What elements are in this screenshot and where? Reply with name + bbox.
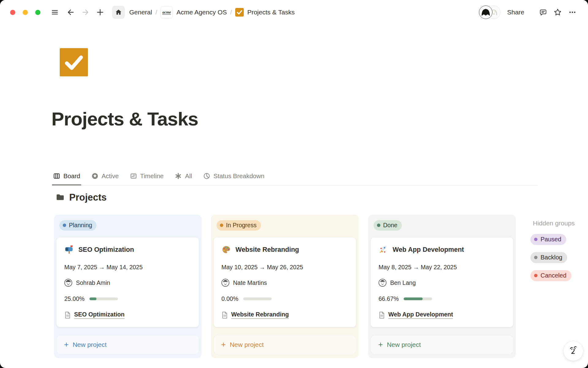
card-title: Website Rebranding <box>236 246 299 254</box>
page-checkbox-icon[interactable] <box>60 48 88 77</box>
status-label: Done <box>383 222 398 229</box>
board-column-in-progress: In Progress Website Rebranding May 10, 2… <box>211 215 359 358</box>
card-title: Web App Development <box>393 246 464 254</box>
notion-ai-button[interactable] <box>564 341 583 361</box>
new-tab-plus-icon[interactable] <box>95 7 105 17</box>
card-link[interactable]: Web App Development <box>388 311 453 319</box>
progress-bar <box>404 297 432 300</box>
breadcrumb-item-general[interactable]: General <box>129 9 152 16</box>
plus-icon: + <box>378 340 383 348</box>
progress-fill <box>404 297 423 300</box>
mailbox-emoji-icon <box>64 245 74 255</box>
project-card[interactable]: Website Rebranding May 10, 2025 → May 26… <box>213 237 356 327</box>
kanban-board: Planning SEO Optimization May 7, 2025 → … <box>54 215 516 358</box>
page-doc-icon <box>64 311 71 319</box>
hidden-groups-title: Hidden groups <box>533 220 575 227</box>
workspace-logo[interactable]: acme <box>160 6 173 18</box>
status-label: Planning <box>69 222 92 229</box>
hidden-group-paused[interactable]: Paused <box>530 234 566 245</box>
progress-fill <box>89 297 96 300</box>
breadcrumb-separator: / <box>230 9 232 16</box>
hidden-group-label: Canceled <box>541 272 567 279</box>
pie-chart-icon <box>203 172 210 180</box>
tab-label: Timeline <box>140 172 164 180</box>
card-title: SEO Optimization <box>78 246 134 254</box>
avatar-collaborator-1 <box>479 6 492 19</box>
palette-emoji-icon <box>221 245 231 255</box>
progress-bar <box>89 297 118 300</box>
tab-status-breakdown[interactable]: Status Breakdown <box>202 167 265 186</box>
close-window-button[interactable] <box>10 10 15 15</box>
tab-board[interactable]: Board <box>52 167 81 186</box>
assignee-name: Sohrab Amin <box>76 279 110 286</box>
topbar: General / acme Acme Agency OS / Projects… <box>0 0 588 25</box>
tab-all[interactable]: All <box>174 167 193 186</box>
hidden-group-backlog[interactable]: Backlog <box>530 252 567 263</box>
new-project-button[interactable]: + New project <box>371 335 513 354</box>
tab-label: All <box>185 172 192 180</box>
tabs-divider <box>52 185 538 186</box>
tab-label: Active <box>102 172 119 180</box>
project-card[interactable]: SEO Optimization May 7, 2025 → May 14, 2… <box>56 237 199 327</box>
hidden-group-label: Paused <box>541 236 561 243</box>
home-icon[interactable] <box>112 6 125 19</box>
back-arrow-icon[interactable] <box>66 7 76 17</box>
card-progress: 0.00% <box>221 295 348 302</box>
page-title: Projects & Tasks <box>51 108 198 130</box>
status-dot <box>63 224 66 227</box>
forward-arrow-icon[interactable] <box>80 7 91 17</box>
card-link[interactable]: SEO Optimization <box>74 311 125 319</box>
collaborator-avatars[interactable] <box>479 5 502 19</box>
project-card[interactable]: Web App Development May 8, 2025 → May 22… <box>371 237 513 327</box>
view-tabs: Board Active Timeline All Status Breakdo… <box>52 167 538 186</box>
share-button[interactable]: Share <box>507 9 524 16</box>
status-dot <box>534 274 537 277</box>
status-dot <box>534 256 537 259</box>
status-pill-done[interactable]: Done <box>374 220 402 231</box>
card-link-row: SEO Optimization <box>64 311 191 319</box>
more-options-icon[interactable] <box>567 7 578 17</box>
page-doc-icon <box>379 311 385 319</box>
card-link[interactable]: Website Rebranding <box>231 311 289 319</box>
progress-label: 66.67% <box>379 295 399 302</box>
breadcrumb-item-page[interactable]: Projects & Tasks <box>247 9 295 16</box>
card-progress: 25.00% <box>64 295 191 302</box>
checkbox-page-icon <box>235 8 244 17</box>
card-link-row: Website Rebranding <box>221 311 348 319</box>
new-project-button[interactable]: + New project <box>213 335 356 354</box>
assignee-name: Ben Lang <box>390 279 416 286</box>
status-pill-in-progress[interactable]: In Progress <box>217 220 261 231</box>
board-icon <box>53 172 60 180</box>
card-date-range: May 8, 2025 → May 22, 2025 <box>379 264 505 271</box>
comments-icon[interactable] <box>538 7 548 17</box>
hidden-groups-panel: Hidden groups Paused Backlog Canceled <box>530 220 575 281</box>
section-header: Projects <box>55 192 107 203</box>
favorite-star-icon[interactable] <box>552 7 563 17</box>
hidden-group-canceled[interactable]: Canceled <box>530 270 571 281</box>
status-dot <box>534 238 537 241</box>
traffic-lights <box>10 10 40 15</box>
board-column-planning: Planning SEO Optimization May 7, 2025 → … <box>54 215 202 358</box>
zoom-window-button[interactable] <box>35 10 40 15</box>
breadcrumb-item-workspace[interactable]: Acme Agency OS <box>176 9 227 16</box>
progress-bar <box>243 297 272 300</box>
section-title: Projects <box>69 192 107 203</box>
status-pill-planning[interactable]: Planning <box>59 220 96 231</box>
card-date-range: May 7, 2025 → May 14, 2025 <box>64 264 191 271</box>
sidebar-menu-icon[interactable] <box>50 7 60 17</box>
star-circle-icon <box>91 172 99 180</box>
breadcrumb: General / acme Acme Agency OS / Projects… <box>129 6 295 18</box>
assignee-avatar <box>221 279 229 287</box>
topbar-right: Share <box>479 5 578 19</box>
card-assignee: Sohrab Amin <box>64 279 191 287</box>
minimize-window-button[interactable] <box>23 10 28 15</box>
new-project-button[interactable]: + New project <box>56 335 199 354</box>
card-link-row: Web App Development <box>379 311 505 319</box>
new-project-label: New project <box>73 341 107 348</box>
plus-icon: + <box>64 340 69 348</box>
card-assignee: Ben Lang <box>379 279 505 287</box>
status-dot <box>377 224 380 227</box>
tab-timeline[interactable]: Timeline <box>129 167 165 186</box>
ai-face-icon <box>568 345 579 357</box>
tab-active[interactable]: Active <box>90 167 120 186</box>
